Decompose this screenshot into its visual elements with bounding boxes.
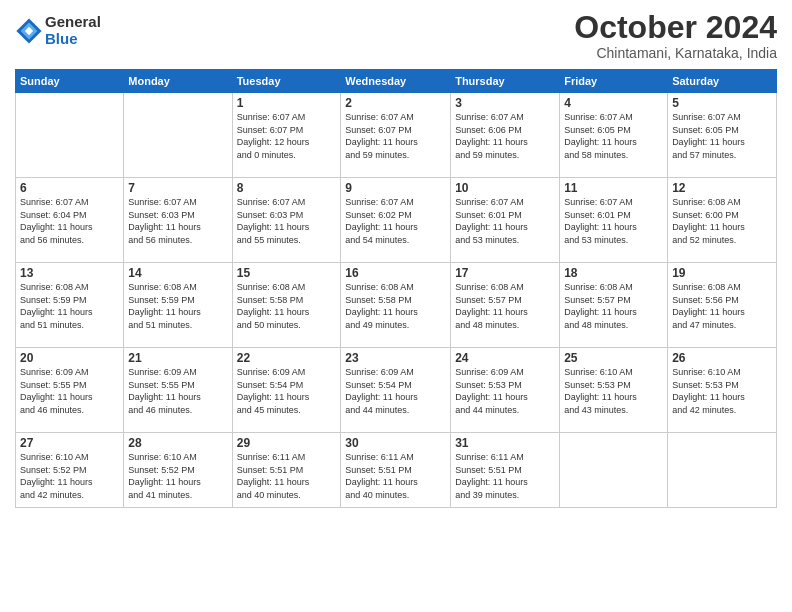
day-info: Sunrise: 6:09 AM Sunset: 5:54 PM Dayligh… [345, 366, 446, 416]
day-number: 26 [672, 351, 772, 365]
table-row: 7Sunrise: 6:07 AM Sunset: 6:03 PM Daylig… [124, 178, 232, 263]
day-number: 7 [128, 181, 227, 195]
day-info: Sunrise: 6:07 AM Sunset: 6:02 PM Dayligh… [345, 196, 446, 246]
table-row: 12Sunrise: 6:08 AM Sunset: 6:00 PM Dayli… [668, 178, 777, 263]
day-info: Sunrise: 6:07 AM Sunset: 6:06 PM Dayligh… [455, 111, 555, 161]
calendar-week-row: 6Sunrise: 6:07 AM Sunset: 6:04 PM Daylig… [16, 178, 777, 263]
day-info: Sunrise: 6:07 AM Sunset: 6:04 PM Dayligh… [20, 196, 119, 246]
table-row: 5Sunrise: 6:07 AM Sunset: 6:05 PM Daylig… [668, 93, 777, 178]
calendar-week-row: 27Sunrise: 6:10 AM Sunset: 5:52 PM Dayli… [16, 433, 777, 508]
table-row: 20Sunrise: 6:09 AM Sunset: 5:55 PM Dayli… [16, 348, 124, 433]
month-title: October 2024 [574, 10, 777, 45]
day-info: Sunrise: 6:07 AM Sunset: 6:05 PM Dayligh… [672, 111, 772, 161]
day-info: Sunrise: 6:07 AM Sunset: 6:03 PM Dayligh… [237, 196, 337, 246]
location: Chintamani, Karnataka, India [574, 45, 777, 61]
day-info: Sunrise: 6:07 AM Sunset: 6:01 PM Dayligh… [564, 196, 663, 246]
day-number: 13 [20, 266, 119, 280]
logo-icon [15, 17, 43, 45]
table-row [16, 93, 124, 178]
table-row: 9Sunrise: 6:07 AM Sunset: 6:02 PM Daylig… [341, 178, 451, 263]
day-info: Sunrise: 6:08 AM Sunset: 5:57 PM Dayligh… [564, 281, 663, 331]
calendar-week-row: 13Sunrise: 6:08 AM Sunset: 5:59 PM Dayli… [16, 263, 777, 348]
day-number: 19 [672, 266, 772, 280]
table-row: 2Sunrise: 6:07 AM Sunset: 6:07 PM Daylig… [341, 93, 451, 178]
table-row: 22Sunrise: 6:09 AM Sunset: 5:54 PM Dayli… [232, 348, 341, 433]
col-monday: Monday [124, 70, 232, 93]
day-number: 22 [237, 351, 337, 365]
col-saturday: Saturday [668, 70, 777, 93]
table-row: 8Sunrise: 6:07 AM Sunset: 6:03 PM Daylig… [232, 178, 341, 263]
table-row: 4Sunrise: 6:07 AM Sunset: 6:05 PM Daylig… [560, 93, 668, 178]
day-number: 21 [128, 351, 227, 365]
day-info: Sunrise: 6:09 AM Sunset: 5:53 PM Dayligh… [455, 366, 555, 416]
logo: General Blue [15, 14, 101, 47]
table-row: 3Sunrise: 6:07 AM Sunset: 6:06 PM Daylig… [451, 93, 560, 178]
day-number: 24 [455, 351, 555, 365]
table-row: 19Sunrise: 6:08 AM Sunset: 5:56 PM Dayli… [668, 263, 777, 348]
day-number: 31 [455, 436, 555, 450]
col-wednesday: Wednesday [341, 70, 451, 93]
table-row: 15Sunrise: 6:08 AM Sunset: 5:58 PM Dayli… [232, 263, 341, 348]
logo-blue-text: Blue [45, 31, 101, 48]
day-number: 3 [455, 96, 555, 110]
day-number: 5 [672, 96, 772, 110]
table-row: 1Sunrise: 6:07 AM Sunset: 6:07 PM Daylig… [232, 93, 341, 178]
day-info: Sunrise: 6:08 AM Sunset: 5:58 PM Dayligh… [237, 281, 337, 331]
day-info: Sunrise: 6:10 AM Sunset: 5:52 PM Dayligh… [20, 451, 119, 501]
day-number: 1 [237, 96, 337, 110]
page-container: General Blue October 2024 Chintamani, Ka… [0, 0, 792, 612]
table-row: 25Sunrise: 6:10 AM Sunset: 5:53 PM Dayli… [560, 348, 668, 433]
day-number: 16 [345, 266, 446, 280]
day-info: Sunrise: 6:10 AM Sunset: 5:53 PM Dayligh… [672, 366, 772, 416]
table-row: 26Sunrise: 6:10 AM Sunset: 5:53 PM Dayli… [668, 348, 777, 433]
col-sunday: Sunday [16, 70, 124, 93]
calendar-table: Sunday Monday Tuesday Wednesday Thursday… [15, 69, 777, 508]
table-row: 13Sunrise: 6:08 AM Sunset: 5:59 PM Dayli… [16, 263, 124, 348]
day-number: 18 [564, 266, 663, 280]
day-info: Sunrise: 6:07 AM Sunset: 6:07 PM Dayligh… [345, 111, 446, 161]
day-info: Sunrise: 6:11 AM Sunset: 5:51 PM Dayligh… [455, 451, 555, 501]
day-info: Sunrise: 6:08 AM Sunset: 5:57 PM Dayligh… [455, 281, 555, 331]
day-info: Sunrise: 6:08 AM Sunset: 5:59 PM Dayligh… [128, 281, 227, 331]
day-number: 12 [672, 181, 772, 195]
day-info: Sunrise: 6:09 AM Sunset: 5:55 PM Dayligh… [20, 366, 119, 416]
calendar-header-row: Sunday Monday Tuesday Wednesday Thursday… [16, 70, 777, 93]
day-number: 29 [237, 436, 337, 450]
table-row: 18Sunrise: 6:08 AM Sunset: 5:57 PM Dayli… [560, 263, 668, 348]
day-number: 10 [455, 181, 555, 195]
table-row: 6Sunrise: 6:07 AM Sunset: 6:04 PM Daylig… [16, 178, 124, 263]
table-row: 28Sunrise: 6:10 AM Sunset: 5:52 PM Dayli… [124, 433, 232, 508]
table-row [124, 93, 232, 178]
table-row: 30Sunrise: 6:11 AM Sunset: 5:51 PM Dayli… [341, 433, 451, 508]
day-info: Sunrise: 6:08 AM Sunset: 5:58 PM Dayligh… [345, 281, 446, 331]
day-number: 2 [345, 96, 446, 110]
table-row: 14Sunrise: 6:08 AM Sunset: 5:59 PM Dayli… [124, 263, 232, 348]
calendar-week-row: 1Sunrise: 6:07 AM Sunset: 6:07 PM Daylig… [16, 93, 777, 178]
col-thursday: Thursday [451, 70, 560, 93]
day-number: 15 [237, 266, 337, 280]
table-row: 10Sunrise: 6:07 AM Sunset: 6:01 PM Dayli… [451, 178, 560, 263]
day-number: 23 [345, 351, 446, 365]
day-number: 27 [20, 436, 119, 450]
day-info: Sunrise: 6:08 AM Sunset: 5:56 PM Dayligh… [672, 281, 772, 331]
day-info: Sunrise: 6:08 AM Sunset: 6:00 PM Dayligh… [672, 196, 772, 246]
day-info: Sunrise: 6:07 AM Sunset: 6:07 PM Dayligh… [237, 111, 337, 161]
day-info: Sunrise: 6:10 AM Sunset: 5:53 PM Dayligh… [564, 366, 663, 416]
table-row: 31Sunrise: 6:11 AM Sunset: 5:51 PM Dayli… [451, 433, 560, 508]
day-number: 25 [564, 351, 663, 365]
day-number: 14 [128, 266, 227, 280]
col-tuesday: Tuesday [232, 70, 341, 93]
table-row: 23Sunrise: 6:09 AM Sunset: 5:54 PM Dayli… [341, 348, 451, 433]
day-info: Sunrise: 6:11 AM Sunset: 5:51 PM Dayligh… [237, 451, 337, 501]
table-row: 27Sunrise: 6:10 AM Sunset: 5:52 PM Dayli… [16, 433, 124, 508]
day-info: Sunrise: 6:07 AM Sunset: 6:01 PM Dayligh… [455, 196, 555, 246]
table-row: 17Sunrise: 6:08 AM Sunset: 5:57 PM Dayli… [451, 263, 560, 348]
table-row [560, 433, 668, 508]
table-row: 24Sunrise: 6:09 AM Sunset: 5:53 PM Dayli… [451, 348, 560, 433]
day-info: Sunrise: 6:11 AM Sunset: 5:51 PM Dayligh… [345, 451, 446, 501]
day-number: 6 [20, 181, 119, 195]
title-area: October 2024 Chintamani, Karnataka, Indi… [574, 10, 777, 61]
day-number: 4 [564, 96, 663, 110]
calendar-week-row: 20Sunrise: 6:09 AM Sunset: 5:55 PM Dayli… [16, 348, 777, 433]
day-info: Sunrise: 6:09 AM Sunset: 5:54 PM Dayligh… [237, 366, 337, 416]
